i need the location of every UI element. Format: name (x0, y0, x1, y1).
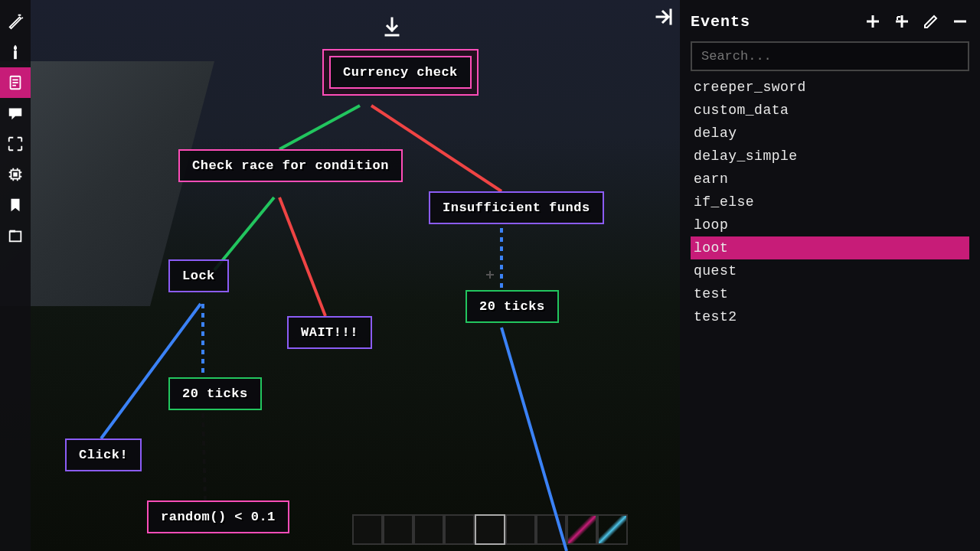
script-tool[interactable] (0, 67, 31, 98)
svg-line-9 (279, 106, 360, 149)
event-item[interactable]: test (691, 282, 969, 305)
search-input[interactable] (691, 41, 969, 71)
node-wait[interactable]: WAIT!!! (287, 316, 372, 349)
svg-rect-8 (10, 230, 15, 233)
node-lock[interactable]: Lock (168, 259, 229, 292)
event-item[interactable]: custom_data (691, 99, 969, 122)
add-event-button[interactable] (864, 12, 882, 31)
wand-tool[interactable] (0, 6, 31, 37)
event-item[interactable]: quest (691, 259, 969, 282)
event-item[interactable]: delay (691, 122, 969, 145)
node-label: 20 ticks (479, 299, 545, 314)
import-icon[interactable] (383, 17, 401, 42)
svg-rect-7 (10, 232, 21, 242)
node-label: 20 ticks (182, 386, 248, 401)
node-ticks-left[interactable]: 20 ticks (168, 377, 262, 410)
collapse-panel-icon[interactable] (654, 8, 674, 30)
folder-tool[interactable] (0, 220, 31, 251)
node-label: Insufficient funds (443, 201, 590, 215)
fullscreen-tool[interactable] (0, 129, 31, 159)
node-insufficient[interactable]: Insufficient funds (429, 191, 604, 224)
node-currency-check[interactable]: Currency check (329, 56, 472, 89)
remove-event-button[interactable] (951, 12, 969, 31)
left-toolbar (0, 0, 31, 551)
node-check-race[interactable]: Check race for condition (178, 149, 403, 182)
torch-tool[interactable] (0, 37, 31, 67)
svg-line-14 (101, 304, 201, 439)
event-item[interactable]: test2 (691, 305, 969, 328)
svg-line-12 (279, 197, 325, 316)
event-item[interactable]: loop (691, 214, 969, 236)
event-item[interactable]: earn (691, 168, 969, 191)
node-ticks-right[interactable]: 20 ticks (466, 290, 559, 323)
event-item[interactable]: loot (691, 236, 969, 259)
node-label: Click! (79, 448, 128, 462)
svg-line-16 (203, 413, 205, 500)
node-label: Currency check (343, 65, 458, 80)
event-item[interactable]: delay_simple (691, 145, 969, 168)
node-canvas[interactable]: Currency check Check race for condition … (31, 0, 674, 551)
node-click[interactable]: Click! (65, 439, 142, 471)
node-label: Check race for condition (192, 158, 389, 173)
node-label: random() < 0.1 (161, 510, 276, 524)
panel-title: Events (691, 13, 750, 31)
svg-rect-0 (14, 51, 17, 59)
event-list: creeper_sword custom_data delay delay_si… (691, 76, 969, 328)
svg-rect-6 (13, 172, 18, 177)
node-random[interactable]: random() < 0.1 (147, 500, 289, 533)
event-item[interactable]: if_else (691, 191, 969, 214)
duplicate-event-button[interactable] (893, 12, 911, 31)
node-label: WAIT!!! (301, 325, 358, 340)
events-panel: Events creeper_sword custom_data delay d… (680, 0, 980, 551)
node-label: Lock (182, 269, 215, 283)
svg-line-17 (501, 328, 567, 551)
edit-event-button[interactable] (922, 12, 940, 31)
chat-tool[interactable] (0, 98, 31, 129)
bookmark-tool[interactable] (0, 190, 31, 220)
chip-tool[interactable] (0, 159, 31, 190)
event-item[interactable]: creeper_sword (691, 76, 969, 99)
